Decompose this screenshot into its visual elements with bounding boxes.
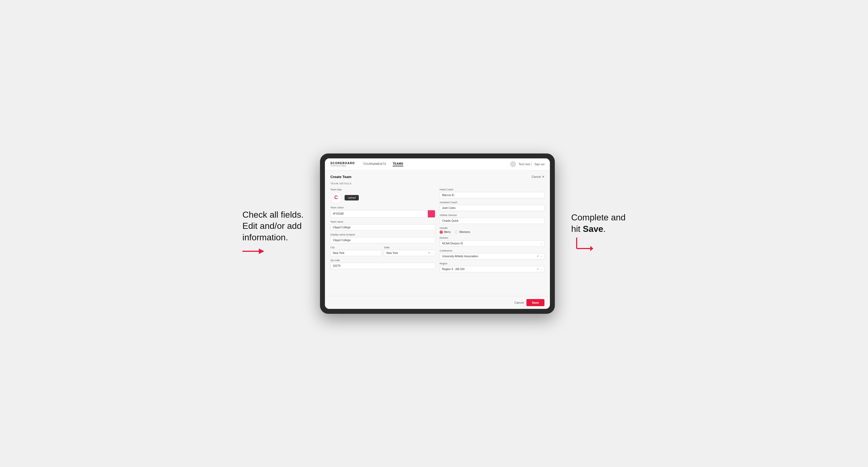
svg-marker-1 (259, 249, 264, 254)
display-name-field: Display name (unique) (330, 233, 435, 243)
left-annotation: Check all fields. Edit and/or add inform… (243, 209, 304, 258)
division-select[interactable]: NCAA Division III (440, 240, 545, 247)
conference-select[interactable]: University Athletic Association (440, 253, 545, 259)
conference-clear-icon[interactable]: ✕ (537, 255, 539, 257)
page-wrapper: Check all fields. Edit and/or add inform… (11, 154, 857, 314)
team-logo-section: Team logo C Upload (330, 188, 435, 204)
form-columns: Team logo C Upload Team colour (330, 188, 545, 275)
gender-mens-radio[interactable] (440, 230, 443, 234)
right-annotation-line1: Complete and (571, 213, 625, 222)
team-colour-label: Team colour (330, 206, 435, 209)
user-name: Test User | (519, 163, 532, 166)
left-annotation-line1: Check all fields. (243, 209, 304, 221)
zip-code-input[interactable] (330, 263, 435, 269)
zip-code-field: Zip code (330, 259, 435, 269)
tablet-frame: SCOREBOARD Powered by clippd TOURNAMENTS… (320, 154, 555, 314)
logo-subtext: Powered by clippd (330, 165, 355, 166)
head-coach-field: Head Coach (440, 188, 545, 198)
gender-label: Gender (440, 227, 545, 229)
left-annotation-line2: Edit and/or add (243, 220, 304, 232)
region-field: Region Region II - (M) DIII ✕ ⌄ (440, 262, 545, 272)
upload-button[interactable]: Upload (345, 195, 359, 200)
city-input[interactable] (330, 250, 382, 256)
left-column: Team logo C Upload Team colour (330, 188, 435, 275)
save-button[interactable]: Save (526, 299, 545, 306)
gender-womens-label: Womens (459, 230, 470, 234)
right-column: Head Coach Assistant Coach Athletic Dire… (440, 188, 545, 275)
gender-options: Mens Womens (440, 230, 545, 234)
state-select-wrapper: New York ✕ ⌄ (384, 250, 435, 256)
assistant-coach-field: Assistant Coach (440, 201, 545, 211)
tablet-screen: SCOREBOARD Powered by clippd TOURNAMENTS… (325, 158, 550, 309)
conference-select-wrapper: University Athletic Association ✕ ⌄ (440, 253, 545, 259)
logo-text: SCOREBOARD (330, 162, 355, 165)
city-label: City (330, 246, 382, 249)
section-label: TEAM DETAILS (330, 182, 545, 185)
cancel-top-x-icon: ✕ (542, 175, 545, 179)
nav-teams[interactable]: TEAMS (393, 162, 403, 166)
logo-row: C Upload (330, 192, 435, 204)
display-name-label: Display name (unique) (330, 233, 435, 236)
division-field: Division NCAA Division III ⌄ (440, 237, 545, 247)
avatar (510, 161, 516, 167)
app-logo: SCOREBOARD Powered by clippd (330, 162, 355, 166)
state-select[interactable]: New York (384, 250, 435, 256)
city-state-row: City State New York ✕ ⌄ (330, 246, 435, 256)
team-colour-input[interactable] (330, 210, 428, 218)
form-footer: Cancel Save (325, 296, 550, 309)
division-select-wrapper: NCAA Division III ⌄ (440, 240, 545, 247)
division-label: Division (440, 237, 545, 239)
state-label: State (384, 246, 435, 249)
team-name-field: Team name (330, 220, 435, 230)
right-annotation-line2: hit Save. (571, 224, 606, 234)
gender-womens-radio[interactable] (455, 230, 458, 234)
region-label: Region (440, 262, 545, 265)
state-clear-icon[interactable]: ✕ (428, 251, 430, 254)
left-annotation-line3: information. (243, 232, 304, 243)
assistant-coach-input[interactable] (440, 205, 545, 211)
region-select-wrapper: Region II - (M) DIII ✕ ⌄ (440, 266, 545, 272)
head-coach-label: Head Coach (440, 188, 545, 191)
form-title: Create Team (330, 175, 351, 179)
gender-womens-option[interactable]: Womens (455, 230, 470, 234)
cancel-top-label: Cancel (532, 175, 541, 178)
gender-field: Gender Mens Womens (440, 227, 545, 234)
colour-swatch[interactable] (428, 210, 435, 218)
cancel-button[interactable]: Cancel (515, 301, 524, 304)
form-container: Create Team Cancel ✕ TEAM DETAILS Team l… (325, 170, 550, 296)
athletic-director-input[interactable] (440, 218, 545, 224)
city-field: City (330, 246, 382, 256)
gender-mens-option[interactable]: Mens (440, 230, 451, 234)
left-arrow-icon (243, 246, 264, 257)
gender-mens-label: Mens (444, 230, 451, 234)
team-name-input[interactable] (330, 224, 435, 230)
right-annotation: Complete and hit Save. (571, 212, 625, 255)
conference-field: Conference University Athletic Associati… (440, 249, 545, 259)
assistant-coach-label: Assistant Coach (440, 201, 545, 204)
right-arrow-icon (571, 238, 593, 254)
region-clear-icon[interactable]: ✕ (537, 268, 539, 270)
nav-links: TOURNAMENTS TEAMS (363, 162, 510, 166)
athletic-director-label: Athletic Director (440, 214, 545, 217)
nav-right: Test User | Sign out (510, 161, 545, 167)
head-coach-input[interactable] (440, 192, 545, 198)
region-select[interactable]: Region II - (M) DIII (440, 266, 545, 272)
zip-code-label: Zip code (330, 259, 435, 261)
nav-tournaments[interactable]: TOURNAMENTS (363, 162, 386, 166)
svg-marker-4 (590, 246, 593, 251)
team-logo-label: Team logo (330, 188, 435, 191)
sign-out-link[interactable]: Sign out (534, 163, 545, 166)
logo-circle: C (330, 192, 342, 204)
team-colour-field: Team colour (330, 206, 435, 218)
conference-label: Conference (440, 249, 545, 252)
team-name-label: Team name (330, 220, 435, 223)
top-navigation: SCOREBOARD Powered by clippd TOURNAMENTS… (325, 158, 550, 170)
display-name-input[interactable] (330, 237, 435, 243)
colour-input-row (330, 210, 435, 218)
state-field: State New York ✕ ⌄ (384, 246, 435, 256)
athletic-director-field: Athletic Director (440, 214, 545, 224)
form-header: Create Team Cancel ✕ (330, 175, 545, 179)
cancel-top-button[interactable]: Cancel ✕ (532, 175, 545, 179)
